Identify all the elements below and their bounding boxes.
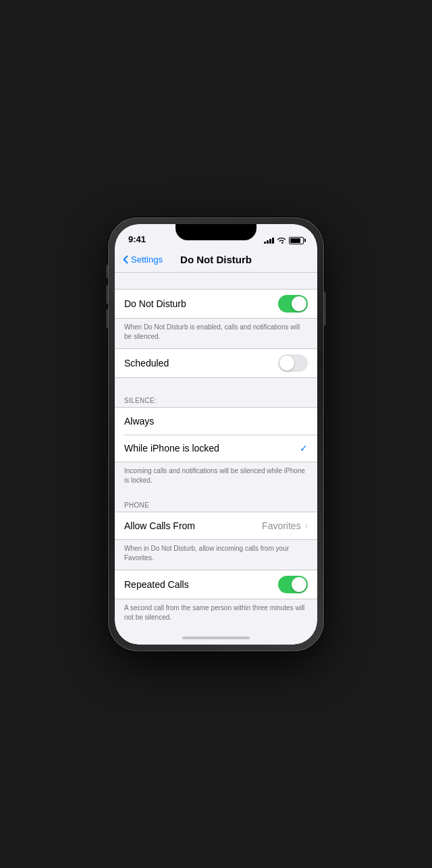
- repeated-calls-label: Repeated Calls: [124, 579, 278, 590]
- repeated-calls-toggle[interactable]: [278, 576, 308, 593]
- volume-up-button[interactable]: [106, 285, 108, 304]
- status-time: 9:41: [128, 234, 146, 244]
- notch: [176, 224, 256, 240]
- allow-calls-footer: When in Do Not Disturb, allow incoming c…: [115, 540, 317, 570]
- allow-calls-from-row[interactable]: Allow Calls From Favorites ›: [115, 512, 317, 539]
- phone-frame: 9:41: [108, 217, 324, 651]
- always-row[interactable]: Always: [115, 408, 317, 435]
- phone-screen: 9:41: [115, 224, 317, 645]
- wifi-icon: [277, 237, 286, 244]
- silence-footer: Incoming calls and notifications will be…: [115, 462, 317, 492]
- scheduled-group: Scheduled: [115, 348, 317, 378]
- dnd-toggle-row[interactable]: Do Not Disturb: [115, 290, 317, 318]
- scheduled-label: Scheduled: [124, 358, 278, 369]
- chevron-left-icon: [123, 255, 128, 264]
- back-label: Settings: [131, 254, 163, 265]
- navigation-bar: Settings Do Not Disturb: [115, 247, 317, 273]
- dnd-toggle-group: Do Not Disturb: [115, 289, 317, 319]
- repeated-calls-row[interactable]: Repeated Calls: [115, 570, 317, 599]
- scheduled-toggle-thumb: [279, 356, 294, 371]
- back-button[interactable]: Settings: [123, 254, 163, 265]
- gap-top: [115, 273, 317, 289]
- dnd-label: Do Not Disturb: [124, 298, 278, 309]
- allow-calls-value: Favorites: [262, 520, 301, 531]
- repeated-calls-footer: A second call from the same person withi…: [115, 599, 317, 629]
- silence-header: SILENCE:: [115, 394, 317, 407]
- while-locked-check: ✓: [300, 443, 308, 454]
- screen-content: 9:41: [115, 224, 317, 645]
- home-indicator: [115, 631, 317, 645]
- silence-group: Always While iPhone is locked ✓: [115, 407, 317, 462]
- status-icons: [264, 237, 304, 244]
- signal-icon: [264, 237, 274, 244]
- always-label: Always: [124, 416, 308, 427]
- phone-header: PHONE: [115, 499, 317, 512]
- while-locked-row[interactable]: While iPhone is locked ✓: [115, 435, 317, 462]
- settings-content[interactable]: Do Not Disturb When Do Not Disturb is en…: [115, 273, 317, 631]
- battery-fill: [290, 238, 300, 243]
- scheduled-row[interactable]: Scheduled: [115, 349, 317, 377]
- allow-calls-chevron: ›: [305, 520, 308, 531]
- scheduled-toggle[interactable]: [278, 354, 308, 372]
- gap-phone: [115, 492, 317, 499]
- battery-icon: [289, 237, 304, 244]
- silent-switch[interactable]: [106, 265, 108, 278]
- gap-silence: [115, 378, 317, 394]
- phone-group: Allow Calls From Favorites ›: [115, 512, 317, 540]
- dnd-toggle[interactable]: [278, 295, 308, 313]
- repeated-calls-toggle-thumb: [292, 577, 306, 592]
- page-title: Do Not Disturb: [180, 254, 252, 265]
- power-button[interactable]: [324, 292, 326, 325]
- dnd-footer: When Do Not Disturb is enabled, calls an…: [115, 319, 317, 348]
- while-locked-label: While iPhone is locked: [124, 443, 300, 454]
- repeated-calls-group: Repeated Calls: [115, 570, 317, 599]
- volume-down-button[interactable]: [106, 309, 108, 328]
- dnd-toggle-thumb: [292, 296, 306, 311]
- allow-calls-label: Allow Calls From: [124, 520, 262, 531]
- home-bar: [182, 636, 250, 639]
